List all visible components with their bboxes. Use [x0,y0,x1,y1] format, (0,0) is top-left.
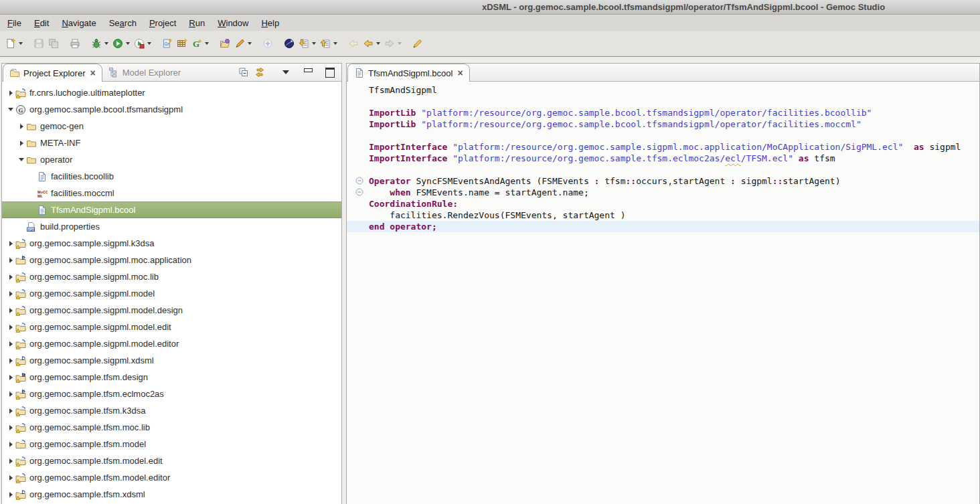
expand-arrow-icon[interactable] [6,475,15,481]
tree-item[interactable]: MoCCMLfacilities.moccml [2,185,341,201]
minimize-button[interactable] [302,66,314,78]
dropdown-caret-icon[interactable] [126,42,130,45]
expand-arrow-icon[interactable] [6,442,15,447]
tree-item[interactable]: facilities.bcoollib [2,168,341,185]
debug-button[interactable] [90,36,110,51]
tree-item[interactable]: operator [2,151,341,168]
tree-item[interactable]: META-INF [2,135,341,151]
expand-arrow-icon[interactable] [6,258,15,263]
tab-editor-tfsmandsigpml[interactable]: TfsmAndSigpml.bcool × [347,64,470,82]
expand-arrow-icon[interactable] [6,392,15,397]
tree-item-label: org.gemoc.sample.sigpml.model [29,288,155,299]
tree-item[interactable]: Eorg.gemoc.sample.sigpml.moc.application [2,252,341,268]
tree-item[interactable]: org.gemoc.sample.sigpml.model.editor [2,335,341,352]
expand-arrow-icon[interactable] [6,325,15,330]
view-menu-button[interactable] [280,66,292,78]
expand-arrow-icon[interactable] [6,308,15,313]
expand-arrow-icon[interactable] [6,90,15,96]
dropdown-caret-icon[interactable] [147,42,151,45]
marker-pen-button[interactable] [233,36,253,51]
close-icon[interactable]: × [90,68,95,78]
browser-globe-button[interactable] [282,36,296,51]
close-icon[interactable]: × [457,68,463,78]
tree-item[interactable]: 010build.properties [2,218,341,235]
tree-item[interactable]: org.gemoc.sample.tfsm.model.editor [2,469,341,486]
menu-help[interactable]: Help [256,17,284,29]
expand-arrow-icon[interactable] [6,375,15,380]
tree-item[interactable]: Lorg.gemoc.sample.sigpml.xdsml [2,352,341,369]
menu-file[interactable]: File [3,17,26,29]
tree-item[interactable]: org.gemoc.sample.sigpml.model [2,285,341,302]
tree-item[interactable]: org.gemoc.sample.tfsm.k3dsa [2,402,341,419]
expand-arrow-icon[interactable] [17,141,26,146]
dropdown-caret-icon[interactable] [333,42,337,45]
tree-item[interactable]: Morg.gemoc.sample.tfsm.design [2,369,341,386]
tree-item[interactable]: org.gemoc.sample.sigpml.model.design [2,302,341,319]
menu-project[interactable]: Project [145,17,181,29]
collapse-arrow-icon[interactable] [17,158,26,161]
expand-arrow-icon[interactable] [6,291,15,297]
run-button[interactable] [111,36,131,51]
expand-arrow-icon[interactable] [6,458,15,464]
pencil-button[interactable] [411,36,424,51]
expand-arrow-icon[interactable] [6,341,15,347]
dropdown-caret-icon[interactable] [312,42,316,45]
forward-icon [384,38,395,49]
expand-arrow-icon[interactable] [6,241,15,246]
tree-item[interactable]: Lorg.gemoc.sample.tfsm.xdsml [2,486,341,503]
menu-search[interactable]: Search [104,17,141,29]
maximize-button[interactable] [324,66,336,78]
menu-bar: FileEditNavigateSearchProjectRunWindowHe… [0,15,980,31]
tree-item[interactable]: org.gemoc.sample.sigpml.k3dsa [2,235,341,252]
menu-edit[interactable]: Edit [29,17,54,29]
code-editor[interactable]: TfsmAndSigpmlImportLib "platform:/resour… [347,82,979,504]
tree-item[interactable]: gemoc-gen [2,118,341,135]
tree-item[interactable]: org.gemoc.sample.tfsm.moc.lib [2,419,341,436]
tree-item[interactable]: org.gemoc.sample.tfsm.model.edit [2,452,341,469]
run-config-button[interactable] [133,36,153,51]
new-wizard-button[interactable] [4,36,24,51]
previous-annotation-button[interactable] [319,36,339,51]
menu-run[interactable]: Run [184,17,210,29]
tree-item[interactable]: org.gemoc.sample.sigpml.model.edit [2,319,341,335]
tab-model-explorer[interactable]: Model Explorer [102,64,187,81]
tree-item-label: org.gemoc.sample.sigpml.k3dsa [29,238,154,248]
expand-arrow-icon[interactable] [6,408,15,414]
tree-item-label: org.gemoc.sample.tfsm.design [29,372,148,382]
print-button[interactable] [68,36,82,51]
tree-item[interactable]: org.gemoc.sample.tfsm.model [2,436,341,452]
link-with-editor-button[interactable] [254,66,266,78]
dropdown-caret-icon[interactable] [376,42,380,45]
new-gemoc-language-button[interactable]: Gr [161,36,174,51]
expand-arrow-icon[interactable] [6,358,15,363]
tab-project-explorer[interactable]: Project Explorer × [3,64,102,82]
dropdown-caret-icon[interactable] [248,42,252,45]
gemoc-icon: G [15,104,26,115]
tree-item[interactable]: Eorg.gemoc.sample.tfsm.eclmoc2as [2,386,341,402]
open-type-button[interactable] [218,36,232,51]
expand-arrow-icon[interactable] [6,274,15,280]
tree-item[interactable]: fr.cnrs.luchogie.ultimateplotter [2,84,341,101]
collapse-arrow-icon[interactable] [6,108,15,111]
collapse-all-button[interactable] [238,66,250,78]
dropdown-caret-icon[interactable] [19,42,23,45]
tree-item[interactable]: TfsmAndSigpml.bcool [2,201,341,218]
next-annotation-button[interactable] [297,36,317,51]
tree-item-label: org.gemoc.sample.bcool.tfsmandsigpml [29,104,183,114]
tree-item[interactable]: org.gemoc.sample.sigpml.moc.lib [2,268,341,285]
expand-arrow-icon[interactable] [17,124,26,129]
back-button[interactable] [361,36,382,51]
expand-arrow-icon[interactable] [6,425,15,430]
code-line [369,96,979,107]
dropdown-caret-icon[interactable] [205,42,209,45]
gemoc-engine-button[interactable]: G [190,36,210,51]
browser-globe-icon [284,38,295,49]
tree-item-label: org.gemoc.sample.sigpml.xdsml [29,355,154,365]
new-table-button[interactable] [175,36,189,51]
dropdown-caret-icon[interactable] [104,42,108,45]
tree-item[interactable]: Gorg.gemoc.sample.bcool.tfsmandsigpml [2,101,341,118]
expand-arrow-icon[interactable] [6,492,15,497]
tree-item-label: facilities.bcoollib [51,171,114,181]
menu-window[interactable]: Window [213,17,253,29]
menu-navigate[interactable]: Navigate [57,17,100,29]
